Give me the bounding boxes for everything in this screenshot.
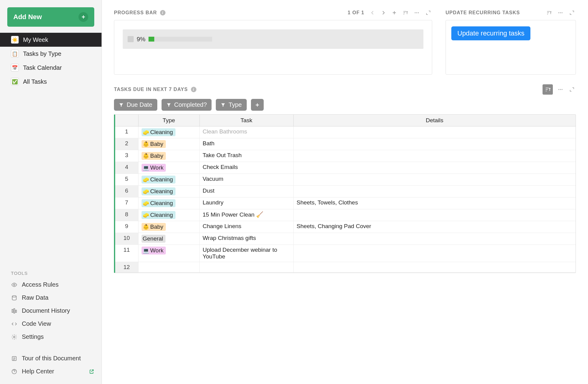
tool-raw-data[interactable]: Raw Data — [0, 291, 102, 304]
add-new-button[interactable]: Add New + — [7, 7, 94, 27]
cell-task[interactable]: Clean Bathrooms — [199, 126, 293, 138]
table-row[interactable]: 7🧽CleaningLaundrySheets, Towels, Clothes — [115, 197, 576, 209]
cell-type[interactable]: 💻Work — [138, 162, 199, 174]
cell-details[interactable]: Sheets, Towels, Clothes — [293, 197, 576, 209]
cell-details[interactable] — [293, 162, 576, 174]
tool-access-rules[interactable]: Access Rules — [0, 278, 102, 291]
tool-document-history[interactable]: Document History — [0, 304, 102, 317]
cell-task[interactable] — [199, 262, 293, 273]
expand-button[interactable] — [568, 86, 576, 93]
footer-tour-of-this-document[interactable]: Tour of this Document — [0, 352, 102, 365]
table-row[interactable]: 5🧽CleaningVacuum — [115, 174, 576, 186]
table-row[interactable]: 11💻WorkUpload December webinar to YouTub… — [115, 245, 576, 262]
add-filter-button[interactable] — [251, 99, 264, 111]
table-row[interactable]: 2👶BabyBath — [115, 138, 576, 150]
cell-type[interactable] — [138, 262, 199, 273]
info-icon[interactable]: i — [160, 10, 165, 15]
sidebar-item-my-week[interactable]: ☀️My Week — [0, 33, 102, 47]
code-icon — [11, 321, 18, 327]
table-row[interactable]: 9👶BabyChange LinensSheets, Changing Pad … — [115, 221, 576, 233]
sidebar-item-task-calendar[interactable]: 📅Task Calendar — [0, 61, 102, 75]
funnel-icon — [221, 103, 226, 107]
cell-task[interactable]: 15 Min Power Clean 🧹 — [199, 209, 293, 221]
col-task-header[interactable]: Task — [199, 115, 293, 126]
filter-sort-button[interactable] — [545, 9, 553, 16]
cell-type[interactable]: 👶Baby — [138, 138, 199, 150]
chip-label: Completed? — [174, 101, 207, 108]
cell-details[interactable] — [293, 233, 576, 245]
cell-details[interactable] — [293, 150, 576, 162]
cell-type[interactable]: 🧽Cleaning — [138, 197, 199, 209]
filter-chip-type[interactable]: Type — [216, 99, 246, 111]
table-row[interactable]: 4💻WorkCheck Emails — [115, 162, 576, 174]
more-button[interactable] — [556, 9, 565, 16]
cell-details[interactable] — [293, 245, 576, 262]
cell-task[interactable]: Upload December webinar to YouTube — [199, 245, 293, 262]
sidebar-item-all-tasks[interactable]: ✅All Tasks — [0, 75, 102, 89]
footer-help-center[interactable]: Help Center — [0, 365, 102, 378]
cell-task[interactable]: Laundry — [199, 197, 293, 209]
cell-type[interactable]: 💻Work — [138, 245, 199, 262]
cell-details[interactable] — [293, 209, 576, 221]
more-button[interactable] — [412, 9, 421, 16]
add-card-button[interactable] — [390, 9, 398, 16]
cell-details[interactable] — [293, 186, 576, 197]
table-row[interactable]: 12 — [115, 262, 576, 273]
nav-label: Tasks by Type — [23, 50, 61, 57]
table-row[interactable]: 3👶BabyTake Out Trash — [115, 150, 576, 162]
next-button[interactable] — [379, 9, 387, 16]
svg-point-10 — [418, 12, 419, 13]
col-type-header[interactable]: Type — [138, 115, 199, 126]
table-row[interactable]: 6🧽CleaningDust — [115, 186, 576, 197]
cell-type[interactable]: 🧽Cleaning — [138, 186, 199, 197]
filter-sort-active-button[interactable] — [543, 84, 553, 95]
cell-task[interactable]: Change Linens — [199, 221, 293, 233]
cell-task[interactable]: Vacuum — [199, 174, 293, 186]
filter-chip-completed-[interactable]: Completed? — [162, 99, 212, 111]
more-button[interactable] — [556, 86, 565, 93]
cell-type[interactable]: 🧽Cleaning — [138, 174, 199, 186]
cell-task[interactable]: Take Out Trash — [199, 150, 293, 162]
cell-type[interactable]: 🧽Cleaning — [138, 209, 199, 221]
progress-header: PROGRESS BAR i 1 OF 1 — [114, 8, 432, 17]
prev-button[interactable] — [369, 9, 376, 16]
cell-task[interactable]: Dust — [199, 186, 293, 197]
type-tag: 💻Work — [142, 247, 166, 254]
cell-details[interactable] — [293, 126, 576, 138]
cell-details[interactable] — [293, 262, 576, 273]
cell-task[interactable]: Check Emails — [199, 162, 293, 174]
cell-type[interactable]: 👶Baby — [138, 150, 199, 162]
cell-task[interactable]: Bath — [199, 138, 293, 150]
cell-details[interactable] — [293, 174, 576, 186]
col-details-header[interactable]: Details — [293, 115, 576, 126]
cell-details[interactable]: Sheets, Changing Pad Cover — [293, 221, 576, 233]
cell-task[interactable]: Wrap Christmas gifts — [199, 233, 293, 245]
filter-sort-button[interactable] — [401, 9, 409, 16]
table-row[interactable]: 8🧽Cleaning15 Min Power Clean 🧹 — [115, 209, 576, 221]
expand-button[interactable] — [424, 9, 432, 16]
type-label: Baby — [150, 141, 163, 147]
type-label: Baby — [150, 224, 163, 230]
tool-settings[interactable]: Settings — [0, 330, 102, 343]
type-emoji-icon: 🧽 — [143, 212, 149, 218]
sidebar-item-tasks-by-type[interactable]: 📋Tasks by Type — [0, 47, 102, 61]
progress-inner: 9% — [123, 29, 423, 49]
filter-chip-due-date[interactable]: Due Date — [114, 99, 157, 111]
progress-card: 9% — [114, 20, 432, 75]
tasks-table-wrap: Type Task Details 1🧽CleaningClean Bathro… — [114, 114, 576, 273]
table-row[interactable]: 10GeneralWrap Christmas gifts — [115, 233, 576, 245]
cell-type[interactable]: General — [138, 233, 199, 245]
update-recurring-button[interactable]: Update recurring tasks — [451, 26, 530, 40]
cell-type[interactable]: 🧽Cleaning — [138, 126, 199, 138]
cell-type[interactable]: 👶Baby — [138, 221, 199, 233]
nav-label: Task Calendar — [23, 64, 62, 71]
recurring-header: UPDATE RECURRING TASKS — [446, 8, 576, 17]
table-row[interactable]: 1🧽CleaningClean Bathrooms — [115, 126, 576, 138]
funnel-icon — [119, 103, 124, 107]
nav-list: ☀️My Week📋Tasks by Type📅Task Calendar✅Al… — [0, 33, 102, 89]
type-tag: 👶Baby — [142, 152, 166, 160]
info-icon[interactable]: i — [191, 87, 196, 92]
cell-details[interactable] — [293, 138, 576, 150]
tool-code-view[interactable]: Code View — [0, 317, 102, 330]
expand-button[interactable] — [568, 9, 576, 16]
